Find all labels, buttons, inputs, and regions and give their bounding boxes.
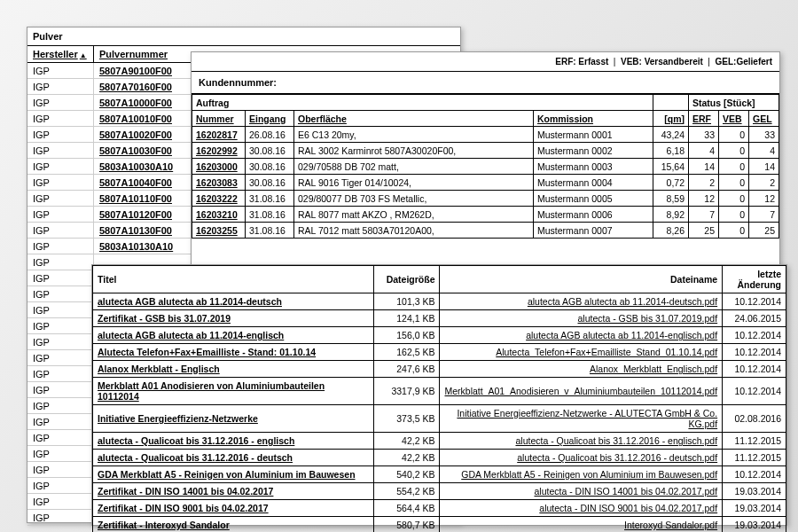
cell-titel[interactable]: Zertifikat - Interoxyd Sandalor xyxy=(93,517,374,533)
cell-veb: 0 xyxy=(719,175,749,191)
cell-titel[interactable]: GDA Merkblatt A5 - Reinigen von Aluminiu… xyxy=(93,466,374,483)
col-erf[interactable]: ERF xyxy=(689,111,719,127)
col-gel[interactable]: GEL xyxy=(749,111,779,127)
cell-oberflaeche: E6 C13 20my, xyxy=(294,127,534,143)
cell-hersteller: IGP xyxy=(27,350,94,365)
cell-hersteller: IGP xyxy=(27,462,94,477)
cell-hersteller: IGP xyxy=(27,510,94,525)
col-dateiname[interactable]: Dateiname xyxy=(440,266,723,293)
cell-oberflaeche: RAL 7012 matt 5803A70120A00, xyxy=(294,223,534,239)
table-row[interactable]: 1620300030.08.16029/70588 DB 702 matt,Mu… xyxy=(192,159,779,175)
cell-aenderung: 24.06.2015 xyxy=(723,310,786,327)
group-auftrag: Auftrag xyxy=(192,95,653,111)
col-hersteller[interactable]: Hersteller▲ xyxy=(27,46,94,62)
cell-groesse: 247,6 KB xyxy=(373,361,440,378)
cell-hersteller: IGP xyxy=(27,414,94,429)
cell-aenderung: 10.12.2014 xyxy=(723,327,786,344)
legend-erf: ERF: Erfasst xyxy=(555,57,608,66)
cell-dateiname[interactable]: alutecta - Qualicoat bis 31.12.2016 - en… xyxy=(440,433,723,450)
cell-nummer[interactable]: 16202817 xyxy=(192,127,246,143)
cell-titel[interactable]: alutecta - Qualicoat bis 31.12.2016 - de… xyxy=(93,450,374,466)
cell-nummer[interactable]: 16202992 xyxy=(192,143,246,159)
cell-titel[interactable]: Alutecta Telefon+Fax+Emailliste - Stand:… xyxy=(93,344,374,361)
cell-dateiname[interactable]: alutecta AGB alutecta ab 11.2014-deutsch… xyxy=(440,293,723,310)
legend-gel: GEL:Geliefert xyxy=(716,57,772,66)
table-row[interactable]: Initiative Energieeffizienz-Netzwerke373… xyxy=(93,405,786,433)
cell-gel: 4 xyxy=(749,143,779,159)
cell-hersteller: IGP xyxy=(27,239,94,254)
cell-titel[interactable]: alutecta AGB alutecta ab 11.2014-deutsch xyxy=(93,293,374,310)
table-row[interactable]: Merkblatt A01 Anodisieren von Aluminiumb… xyxy=(93,378,786,405)
table-row[interactable]: alutecta - Qualicoat bis 31.12.2016 - en… xyxy=(93,433,786,450)
auftrag-table: Auftrag Status [Stück] Nummer Eingang Ob… xyxy=(192,94,779,239)
table-row[interactable]: Zertifikat - DIN ISO 14001 bis 04.02.201… xyxy=(93,483,786,500)
cell-titel[interactable]: Alanox Merkblatt - Englisch xyxy=(93,361,374,378)
col-eingang[interactable]: Eingang xyxy=(246,111,294,127)
cell-titel[interactable]: Merkblatt A01 Anodisieren von Aluminiumb… xyxy=(93,378,374,405)
cell-aenderung: 11.12.2015 xyxy=(723,450,786,466)
col-groesse[interactable]: Dateigröße xyxy=(373,266,440,293)
status-legend: ERF: Erfasst | VEB: Versandbereit | GEL:… xyxy=(192,52,779,72)
col-oberflaeche[interactable]: Oberfläche xyxy=(294,111,534,127)
cell-dateiname[interactable]: alutecta - DIN ISO 9001 bis 04.02.2017.p… xyxy=(440,500,723,517)
table-row[interactable]: alutecta AGB alutecta ab 11.2014-deutsch… xyxy=(93,293,786,310)
table-row[interactable]: 1620299230.08.16RAL 3002 Karminrot 5807A… xyxy=(192,143,779,159)
table-row[interactable]: Alanox Merkblatt - Englisch247,6 KBAlano… xyxy=(93,361,786,378)
table-row[interactable]: alutecta - Qualicoat bis 31.12.2016 - de… xyxy=(93,450,786,466)
col-qm[interactable]: [qm] xyxy=(653,111,689,127)
cell-titel[interactable]: alutecta AGB alutecta ab 11.2014-englisc… xyxy=(93,327,374,344)
cell-nummer[interactable]: 16203000 xyxy=(192,159,246,175)
cell-groesse: 580,7 KB xyxy=(373,517,440,533)
cell-erf: 25 xyxy=(689,223,719,239)
col-kommission[interactable]: Kommission xyxy=(534,111,653,127)
cell-hersteller: IGP xyxy=(27,446,94,461)
cell-titel[interactable]: Zertifikat - DIN ISO 9001 bis 04.02.2017 xyxy=(93,500,374,517)
table-row[interactable]: Alutecta Telefon+Fax+Emailliste - Stand:… xyxy=(93,344,786,361)
cell-dateiname[interactable]: alutecta AGB alutecta ab 11.2014-englisc… xyxy=(440,327,723,344)
cell-aenderung: 10.12.2014 xyxy=(723,293,786,310)
col-titel[interactable]: Titel xyxy=(93,266,374,293)
col-aenderung[interactable]: letzte Änderung xyxy=(723,266,786,293)
cell-dateiname[interactable]: alutecta - Qualicoat bis 31.12.2016 - de… xyxy=(440,450,723,466)
kundennummer-label: Kundennummer: xyxy=(192,72,779,94)
cell-nummer[interactable]: 16203210 xyxy=(192,207,246,223)
col-nummer[interactable]: Nummer xyxy=(192,111,246,127)
table-row[interactable]: 1620322231.08.16029/80077 DB 703 FS Meta… xyxy=(192,191,779,207)
docs-table: Titel Dateigröße Dateiname letzte Änderu… xyxy=(92,265,786,532)
cell-nummer[interactable]: 16203222 xyxy=(192,191,246,207)
table-row[interactable]: Zertifikat - Interoxyd Sandalor580,7 KBI… xyxy=(93,517,786,533)
cell-dateiname[interactable]: Alanox_Merkblatt_Englisch.pdf xyxy=(440,361,723,378)
table-row[interactable]: 1620321031.08.16RAL 8077 matt AKZO , RM2… xyxy=(192,207,779,223)
table-row[interactable]: GDA Merkblatt A5 - Reinigen von Aluminiu… xyxy=(93,466,786,483)
cell-hersteller: IGP xyxy=(27,254,94,270)
cell-titel[interactable]: Zertifikat - DIN ISO 14001 bis 04.02.201… xyxy=(93,483,374,500)
table-row[interactable]: alutecta AGB alutecta ab 11.2014-englisc… xyxy=(93,327,786,344)
cell-qm: 0,72 xyxy=(653,175,689,191)
cell-dateiname[interactable]: Alutecta_Telefon+Fax+Emailliste_Stand_01… xyxy=(440,344,723,361)
cell-nummer[interactable]: 16203083 xyxy=(192,175,246,191)
table-row[interactable]: 1620308330.08.16RAL 9016 Tiger 014/10024… xyxy=(192,175,779,191)
cell-veb: 0 xyxy=(719,127,749,143)
cell-dateiname[interactable]: Initiative Energieeffizienz-Netzwerke - … xyxy=(440,405,723,433)
cell-veb: 0 xyxy=(719,159,749,175)
table-row[interactable]: Zertifikat - GSB bis 31.07.2019124,1 KBa… xyxy=(93,310,786,327)
cell-titel[interactable]: Zertifikat - GSB bis 31.07.2019 xyxy=(93,310,374,327)
cell-veb: 0 xyxy=(719,191,749,207)
table-row[interactable]: 1620281726.08.16E6 C13 20my,Mustermann 0… xyxy=(192,127,779,143)
cell-dateiname[interactable]: Interoxyd Sandalor.pdf xyxy=(440,517,723,533)
cell-dateiname[interactable]: GDA Merkblatt A5 - Reinigen von Aluminiu… xyxy=(440,466,723,483)
table-row[interactable]: 1620325531.08.16RAL 7012 matt 5803A70120… xyxy=(192,223,779,239)
cell-hersteller: IGP xyxy=(27,286,94,301)
cell-hersteller: IGP xyxy=(27,366,94,381)
cell-eingang: 30.08.16 xyxy=(246,175,294,191)
cell-dateiname[interactable]: Merkblatt_A01_Anodisieren_v_Aluminiumbau… xyxy=(440,378,723,405)
cell-hersteller: IGP xyxy=(27,334,94,349)
cell-titel[interactable]: Initiative Energieeffizienz-Netzwerke xyxy=(93,405,374,433)
cell-dateiname[interactable]: alutecta - GSB bis 31.07.2019.pdf xyxy=(440,310,723,327)
cell-nummer[interactable]: 16203255 xyxy=(192,223,246,239)
cell-oberflaeche: RAL 9016 Tiger 014/10024, xyxy=(294,175,534,191)
cell-titel[interactable]: alutecta - Qualicoat bis 31.12.2016 - en… xyxy=(93,433,374,450)
col-veb[interactable]: VEB xyxy=(719,111,749,127)
table-row[interactable]: Zertifikat - DIN ISO 9001 bis 04.02.2017… xyxy=(93,500,786,517)
cell-dateiname[interactable]: alutecta - DIN ISO 14001 bis 04.02.2017.… xyxy=(440,483,723,500)
